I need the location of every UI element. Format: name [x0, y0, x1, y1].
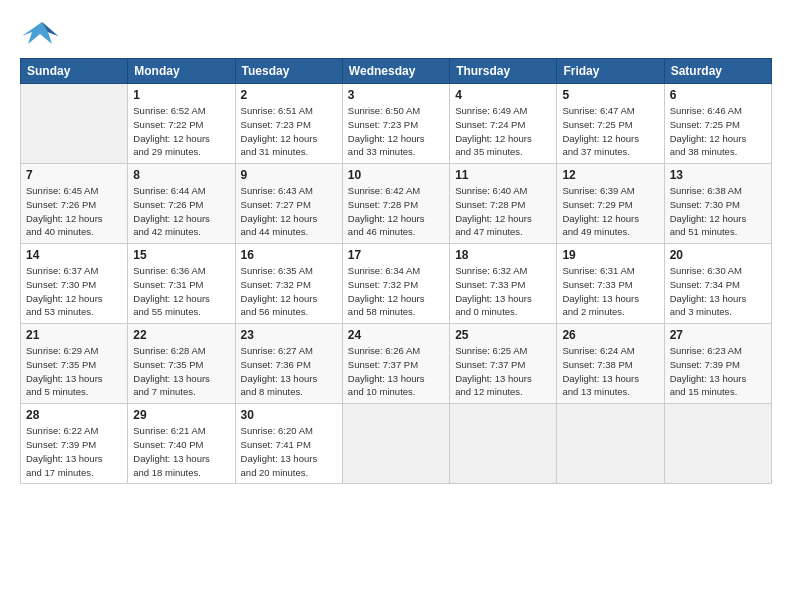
day-info: Sunrise: 6:23 AM Sunset: 7:39 PM Dayligh…	[670, 344, 766, 399]
calendar-cell: 1Sunrise: 6:52 AM Sunset: 7:22 PM Daylig…	[128, 84, 235, 164]
day-info: Sunrise: 6:24 AM Sunset: 7:38 PM Dayligh…	[562, 344, 658, 399]
calendar-cell: 15Sunrise: 6:36 AM Sunset: 7:31 PM Dayli…	[128, 244, 235, 324]
day-info: Sunrise: 6:36 AM Sunset: 7:31 PM Dayligh…	[133, 264, 229, 319]
calendar-cell: 9Sunrise: 6:43 AM Sunset: 7:27 PM Daylig…	[235, 164, 342, 244]
calendar-cell: 8Sunrise: 6:44 AM Sunset: 7:26 PM Daylig…	[128, 164, 235, 244]
calendar-cell: 17Sunrise: 6:34 AM Sunset: 7:32 PM Dayli…	[342, 244, 449, 324]
day-info: Sunrise: 6:44 AM Sunset: 7:26 PM Dayligh…	[133, 184, 229, 239]
day-info: Sunrise: 6:43 AM Sunset: 7:27 PM Dayligh…	[241, 184, 337, 239]
day-info: Sunrise: 6:50 AM Sunset: 7:23 PM Dayligh…	[348, 104, 444, 159]
day-info: Sunrise: 6:26 AM Sunset: 7:37 PM Dayligh…	[348, 344, 444, 399]
day-number: 25	[455, 328, 551, 342]
day-number: 27	[670, 328, 766, 342]
day-number: 10	[348, 168, 444, 182]
calendar-cell	[342, 404, 449, 484]
calendar-cell: 12Sunrise: 6:39 AM Sunset: 7:29 PM Dayli…	[557, 164, 664, 244]
day-number: 5	[562, 88, 658, 102]
calendar-cell: 27Sunrise: 6:23 AM Sunset: 7:39 PM Dayli…	[664, 324, 771, 404]
header	[20, 18, 772, 48]
calendar-cell	[450, 404, 557, 484]
day-info: Sunrise: 6:31 AM Sunset: 7:33 PM Dayligh…	[562, 264, 658, 319]
calendar-cell: 19Sunrise: 6:31 AM Sunset: 7:33 PM Dayli…	[557, 244, 664, 324]
calendar-cell: 29Sunrise: 6:21 AM Sunset: 7:40 PM Dayli…	[128, 404, 235, 484]
calendar-cell: 22Sunrise: 6:28 AM Sunset: 7:35 PM Dayli…	[128, 324, 235, 404]
day-number: 11	[455, 168, 551, 182]
weekday-header-saturday: Saturday	[664, 59, 771, 84]
day-info: Sunrise: 6:37 AM Sunset: 7:30 PM Dayligh…	[26, 264, 122, 319]
day-info: Sunrise: 6:32 AM Sunset: 7:33 PM Dayligh…	[455, 264, 551, 319]
day-number: 24	[348, 328, 444, 342]
calendar-cell: 26Sunrise: 6:24 AM Sunset: 7:38 PM Dayli…	[557, 324, 664, 404]
weekday-header-sunday: Sunday	[21, 59, 128, 84]
day-number: 20	[670, 248, 766, 262]
calendar-cell: 11Sunrise: 6:40 AM Sunset: 7:28 PM Dayli…	[450, 164, 557, 244]
logo-icon	[20, 18, 64, 48]
calendar-cell: 10Sunrise: 6:42 AM Sunset: 7:28 PM Dayli…	[342, 164, 449, 244]
calendar-week-1: 1Sunrise: 6:52 AM Sunset: 7:22 PM Daylig…	[21, 84, 772, 164]
day-info: Sunrise: 6:28 AM Sunset: 7:35 PM Dayligh…	[133, 344, 229, 399]
calendar-cell: 20Sunrise: 6:30 AM Sunset: 7:34 PM Dayli…	[664, 244, 771, 324]
calendar-cell: 14Sunrise: 6:37 AM Sunset: 7:30 PM Dayli…	[21, 244, 128, 324]
day-number: 15	[133, 248, 229, 262]
day-number: 3	[348, 88, 444, 102]
calendar-cell: 5Sunrise: 6:47 AM Sunset: 7:25 PM Daylig…	[557, 84, 664, 164]
logo	[20, 18, 68, 48]
calendar-table: SundayMondayTuesdayWednesdayThursdayFrid…	[20, 58, 772, 484]
day-info: Sunrise: 6:30 AM Sunset: 7:34 PM Dayligh…	[670, 264, 766, 319]
calendar-week-5: 28Sunrise: 6:22 AM Sunset: 7:39 PM Dayli…	[21, 404, 772, 484]
calendar-cell: 30Sunrise: 6:20 AM Sunset: 7:41 PM Dayli…	[235, 404, 342, 484]
weekday-header-friday: Friday	[557, 59, 664, 84]
calendar-cell: 13Sunrise: 6:38 AM Sunset: 7:30 PM Dayli…	[664, 164, 771, 244]
day-info: Sunrise: 6:38 AM Sunset: 7:30 PM Dayligh…	[670, 184, 766, 239]
weekday-header-thursday: Thursday	[450, 59, 557, 84]
day-number: 9	[241, 168, 337, 182]
calendar-cell: 25Sunrise: 6:25 AM Sunset: 7:37 PM Dayli…	[450, 324, 557, 404]
calendar-cell: 2Sunrise: 6:51 AM Sunset: 7:23 PM Daylig…	[235, 84, 342, 164]
calendar-cell: 16Sunrise: 6:35 AM Sunset: 7:32 PM Dayli…	[235, 244, 342, 324]
calendar-cell: 23Sunrise: 6:27 AM Sunset: 7:36 PM Dayli…	[235, 324, 342, 404]
day-number: 30	[241, 408, 337, 422]
weekday-header-row: SundayMondayTuesdayWednesdayThursdayFrid…	[21, 59, 772, 84]
day-number: 13	[670, 168, 766, 182]
day-info: Sunrise: 6:46 AM Sunset: 7:25 PM Dayligh…	[670, 104, 766, 159]
day-number: 26	[562, 328, 658, 342]
day-info: Sunrise: 6:52 AM Sunset: 7:22 PM Dayligh…	[133, 104, 229, 159]
day-number: 19	[562, 248, 658, 262]
day-info: Sunrise: 6:27 AM Sunset: 7:36 PM Dayligh…	[241, 344, 337, 399]
day-info: Sunrise: 6:49 AM Sunset: 7:24 PM Dayligh…	[455, 104, 551, 159]
day-info: Sunrise: 6:20 AM Sunset: 7:41 PM Dayligh…	[241, 424, 337, 479]
day-number: 1	[133, 88, 229, 102]
day-info: Sunrise: 6:42 AM Sunset: 7:28 PM Dayligh…	[348, 184, 444, 239]
day-info: Sunrise: 6:39 AM Sunset: 7:29 PM Dayligh…	[562, 184, 658, 239]
day-number: 22	[133, 328, 229, 342]
day-number: 21	[26, 328, 122, 342]
day-number: 6	[670, 88, 766, 102]
weekday-header-tuesday: Tuesday	[235, 59, 342, 84]
calendar-cell: 7Sunrise: 6:45 AM Sunset: 7:26 PM Daylig…	[21, 164, 128, 244]
day-number: 16	[241, 248, 337, 262]
calendar-cell	[21, 84, 128, 164]
calendar-cell	[557, 404, 664, 484]
day-number: 17	[348, 248, 444, 262]
day-number: 14	[26, 248, 122, 262]
calendar-cell: 4Sunrise: 6:49 AM Sunset: 7:24 PM Daylig…	[450, 84, 557, 164]
calendar-cell: 21Sunrise: 6:29 AM Sunset: 7:35 PM Dayli…	[21, 324, 128, 404]
day-info: Sunrise: 6:25 AM Sunset: 7:37 PM Dayligh…	[455, 344, 551, 399]
day-number: 8	[133, 168, 229, 182]
calendar-cell	[664, 404, 771, 484]
day-info: Sunrise: 6:45 AM Sunset: 7:26 PM Dayligh…	[26, 184, 122, 239]
calendar-cell: 18Sunrise: 6:32 AM Sunset: 7:33 PM Dayli…	[450, 244, 557, 324]
day-info: Sunrise: 6:29 AM Sunset: 7:35 PM Dayligh…	[26, 344, 122, 399]
day-number: 29	[133, 408, 229, 422]
calendar-week-3: 14Sunrise: 6:37 AM Sunset: 7:30 PM Dayli…	[21, 244, 772, 324]
day-number: 2	[241, 88, 337, 102]
day-number: 18	[455, 248, 551, 262]
day-info: Sunrise: 6:22 AM Sunset: 7:39 PM Dayligh…	[26, 424, 122, 479]
calendar-week-2: 7Sunrise: 6:45 AM Sunset: 7:26 PM Daylig…	[21, 164, 772, 244]
weekday-header-wednesday: Wednesday	[342, 59, 449, 84]
main-container: SundayMondayTuesdayWednesdayThursdayFrid…	[0, 0, 792, 496]
day-info: Sunrise: 6:34 AM Sunset: 7:32 PM Dayligh…	[348, 264, 444, 319]
calendar-week-4: 21Sunrise: 6:29 AM Sunset: 7:35 PM Dayli…	[21, 324, 772, 404]
day-number: 28	[26, 408, 122, 422]
calendar-cell: 28Sunrise: 6:22 AM Sunset: 7:39 PM Dayli…	[21, 404, 128, 484]
